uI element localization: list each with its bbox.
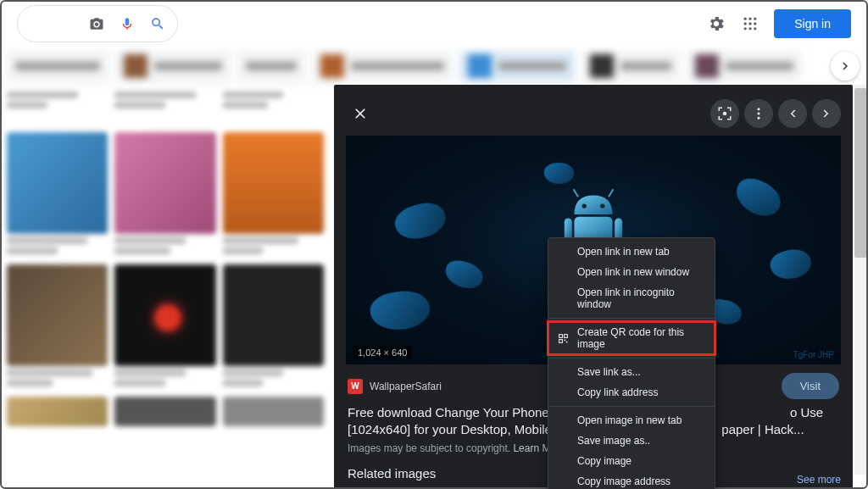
svg-point-10 [758, 108, 760, 110]
ctx-save-link[interactable]: Save link as... [548, 362, 715, 382]
svg-point-11 [758, 113, 760, 115]
lens-icon[interactable] [710, 99, 739, 128]
mic-icon[interactable] [120, 16, 135, 31]
svg-rect-23 [564, 334, 567, 337]
search-icon[interactable] [150, 16, 165, 31]
svg-point-3 [744, 22, 747, 25]
ctx-separator [548, 358, 715, 358]
svg-point-1 [749, 18, 752, 20]
ctx-copy-link[interactable]: Copy link address [548, 382, 715, 403]
more-icon[interactable] [744, 99, 773, 128]
svg-point-7 [749, 27, 752, 30]
close-icon[interactable] [346, 99, 375, 128]
ctx-separator [548, 406, 715, 407]
search-box[interactable] [17, 5, 178, 42]
svg-point-13 [582, 204, 587, 208]
header-right: Sign in [706, 9, 851, 38]
svg-point-8 [754, 27, 756, 30]
image-results-grid [0, 85, 331, 489]
svg-point-2 [754, 18, 756, 20]
ctx-open-incognito[interactable]: Open link in incognito window [548, 282, 715, 314]
ctx-open-new-tab[interactable]: Open link in new tab [548, 242, 715, 262]
ctx-create-qr[interactable]: Create QR code for this image [548, 322, 715, 354]
watermark: TgFor JHP [793, 350, 834, 359]
header: Sign in [0, 0, 868, 47]
scrollbar[interactable] [854, 85, 866, 475]
image-dimensions: 1,024 × 640 [353, 346, 412, 359]
next-icon[interactable] [812, 99, 841, 128]
svg-rect-24 [559, 339, 562, 342]
gear-icon[interactable] [706, 14, 726, 34]
source-name[interactable]: WallpaperSafari [370, 381, 442, 392]
ctx-separator [548, 318, 715, 319]
ctx-save-image[interactable]: Save image as.. [548, 431, 715, 451]
suggestions-scroll-right[interactable] [831, 52, 860, 81]
svg-point-0 [744, 18, 747, 20]
apps-icon[interactable] [740, 14, 760, 34]
see-more-link[interactable]: See more [797, 474, 841, 486]
svg-point-4 [749, 22, 752, 25]
svg-point-6 [744, 27, 747, 30]
suggestions-bar [0, 47, 868, 85]
prev-icon[interactable] [778, 99, 807, 128]
svg-line-15 [574, 190, 578, 197]
camera-icon[interactable] [89, 16, 104, 31]
ctx-copy-image[interactable]: Copy image [548, 451, 715, 471]
svg-point-9 [723, 112, 727, 116]
svg-rect-26 [565, 341, 567, 342]
ctx-copy-image-address[interactable]: Copy image address [548, 471, 715, 489]
signin-button[interactable]: Sign in [774, 9, 851, 38]
source-favicon: W [348, 379, 363, 394]
qr-icon [557, 332, 569, 344]
svg-rect-22 [559, 334, 562, 337]
ctx-open-new-window[interactable]: Open link in new window [548, 262, 715, 282]
scrollbar-thumb[interactable] [854, 88, 866, 258]
svg-line-16 [609, 190, 613, 197]
svg-point-12 [758, 117, 760, 119]
svg-point-5 [754, 22, 756, 25]
svg-point-14 [600, 204, 604, 208]
ctx-open-image[interactable]: Open image in new tab [548, 410, 715, 431]
svg-rect-25 [564, 339, 565, 341]
context-menu: Open link in new tab Open link in new wi… [548, 237, 715, 489]
visit-button[interactable]: Visit [782, 373, 839, 399]
